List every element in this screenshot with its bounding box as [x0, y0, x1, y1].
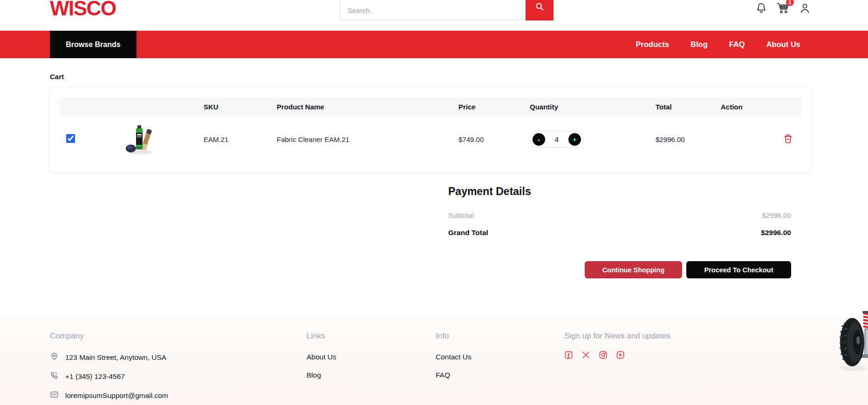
youtube-icon[interactable]: [616, 351, 625, 359]
column-header-total: Total: [646, 103, 721, 111]
column-header-sku: SKU: [169, 103, 262, 111]
social-icons: [564, 351, 670, 359]
search-button[interactable]: [526, 0, 554, 20]
footer-info-column: Info Contact Us FAQ: [436, 331, 472, 379]
cart-icon[interactable]: 1: [776, 1, 790, 14]
logo[interactable]: WISCO: [50, 0, 116, 20]
footer-newsletter-column: Sign up for News and updates: [564, 331, 670, 359]
trash-icon: [783, 133, 793, 146]
tire-decoration-image: [837, 309, 868, 378]
quantity-increase-button[interactable]: +: [568, 133, 581, 146]
mail-icon: [50, 390, 59, 401]
cart-badge: 1: [786, 0, 794, 6]
footer-email[interactable]: loremipsumSupport@gmail.com: [65, 392, 168, 400]
proceed-to-checkout-button[interactable]: Proceed To Checkout: [686, 261, 791, 278]
browse-brands-button[interactable]: Browse Brands: [50, 31, 137, 58]
item-name: Fabric Cleaner EAM.21: [262, 135, 444, 143]
nav-link-blog[interactable]: Blog: [690, 40, 708, 49]
instagram-icon[interactable]: [599, 351, 608, 359]
page-title: Cart: [50, 73, 811, 81]
quantity-value: 4: [555, 135, 559, 143]
cart-table-header: SKU Product Name Price Quantity Total Ac…: [59, 97, 801, 116]
footer-links-heading: Links: [307, 331, 336, 341]
footer-link-contact-us[interactable]: Contact Us: [436, 353, 472, 361]
payment-details-section: Payment Details Subtotal $2996.00 Grand …: [448, 185, 791, 278]
footer-link-about-us[interactable]: About Us: [307, 353, 336, 361]
x-twitter-icon[interactable]: [581, 351, 590, 359]
search-bar: [340, 0, 554, 20]
user-icon[interactable]: [799, 2, 811, 14]
grand-total-label: Grand Total: [448, 229, 488, 237]
item-total: $2996.00: [646, 135, 721, 143]
nav-link-products[interactable]: Products: [636, 40, 670, 49]
footer-company-column: Company 123 Main Street, Anytown, USA +1…: [50, 331, 168, 401]
quantity-decrease-button[interactable]: -: [533, 133, 545, 146]
nav-link-about-us[interactable]: About Us: [766, 40, 800, 49]
column-header-action: Action: [721, 103, 801, 111]
facebook-icon[interactable]: [564, 351, 573, 359]
phone-icon: [50, 371, 59, 382]
cart-item-row: EAM.21 Fabric Cleaner EAM.21 $749.00 - 4…: [59, 116, 801, 162]
footer-links-column: Links About Us Blog: [307, 331, 336, 379]
footer-address: 123 Main Street, Anytown, USA: [65, 353, 166, 362]
subtotal-label: Subtotal: [448, 211, 474, 219]
grand-total-value: $2996.00: [761, 229, 791, 237]
item-price: $749.00: [444, 135, 516, 143]
cart-card: SKU Product Name Price Quantity Total Ac…: [50, 88, 811, 172]
subtotal-value: $2996.00: [762, 211, 791, 219]
item-select-checkbox[interactable]: [66, 134, 75, 143]
location-pin-icon: [50, 352, 59, 363]
footer-company-heading: Company: [50, 331, 168, 341]
notification-bell-icon[interactable]: [755, 1, 767, 14]
product-image: [110, 122, 169, 156]
payment-details-title: Payment Details: [448, 185, 791, 198]
column-header-price: Price: [444, 103, 516, 111]
footer-link-blog[interactable]: Blog: [307, 371, 336, 379]
footer-newsletter-heading: Sign up for News and updates: [564, 331, 670, 341]
search-icon: [535, 2, 544, 13]
item-sku: EAM.21: [169, 135, 262, 143]
continue-shopping-button[interactable]: Continue Shopping: [585, 261, 682, 278]
main-navbar: Browse Brands Products Blog FAQ About Us: [0, 31, 868, 58]
header: WISCO: [0, 0, 868, 31]
delete-item-button[interactable]: [783, 133, 793, 146]
nav-link-faq[interactable]: FAQ: [729, 40, 745, 49]
column-header-quantity: Quantity: [516, 103, 646, 111]
column-header-name: Product Name: [262, 103, 444, 111]
quantity-stepper: - 4 +: [530, 131, 584, 148]
search-input[interactable]: [340, 0, 526, 20]
footer-info-heading: Info: [436, 331, 472, 341]
footer-link-faq[interactable]: FAQ: [436, 371, 472, 379]
nav-links: Products Blog FAQ About Us: [636, 40, 800, 49]
footer-phone[interactable]: +1 (345) 123-4567: [65, 372, 125, 381]
header-icons: 1: [755, 1, 811, 14]
footer: Company 123 Main Street, Anytown, USA +1…: [0, 318, 868, 405]
